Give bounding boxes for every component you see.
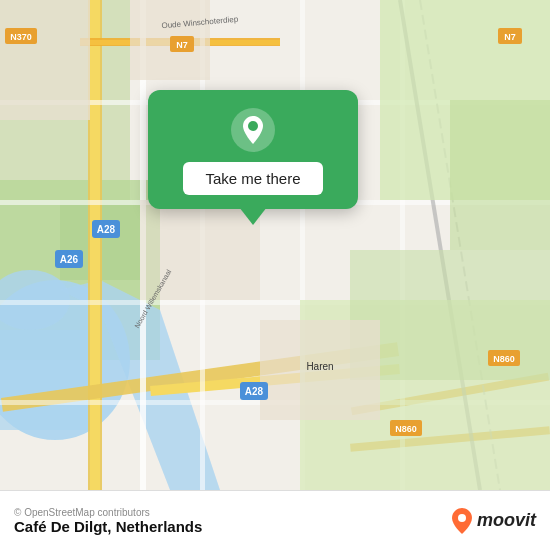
osm-credit: © OpenStreetMap contributors: [14, 507, 202, 518]
take-me-there-button[interactable]: Take me there: [183, 162, 322, 195]
moovit-brand-label: moovit: [477, 510, 536, 531]
svg-rect-28: [450, 100, 550, 250]
svg-text:N860: N860: [493, 354, 515, 364]
svg-rect-31: [0, 0, 90, 120]
svg-point-56: [458, 514, 466, 522]
map-container: A28 A28 N7 N370 N7 N860 N860 A26 Oude Wi…: [0, 0, 550, 490]
location-pin-icon: [231, 108, 275, 152]
svg-point-55: [248, 121, 258, 131]
svg-text:N7: N7: [176, 40, 188, 50]
svg-text:A28: A28: [245, 386, 264, 397]
moovit-pin-icon: [451, 508, 473, 534]
map-popup: Take me there: [148, 90, 358, 209]
place-name: Café De Dilgt, Netherlands: [14, 518, 202, 535]
svg-rect-7: [0, 330, 100, 430]
svg-text:N860: N860: [395, 424, 417, 434]
svg-rect-10: [90, 0, 100, 490]
bottom-bar: © OpenStreetMap contributors Café De Dil…: [0, 490, 550, 550]
svg-text:N370: N370: [10, 32, 32, 42]
bottom-left-info: © OpenStreetMap contributors Café De Dil…: [14, 507, 202, 535]
svg-text:A28: A28: [97, 224, 116, 235]
svg-text:A26: A26: [60, 254, 79, 265]
svg-text:Haren: Haren: [306, 361, 333, 372]
moovit-logo: moovit: [451, 508, 536, 534]
svg-text:N7: N7: [504, 32, 516, 42]
